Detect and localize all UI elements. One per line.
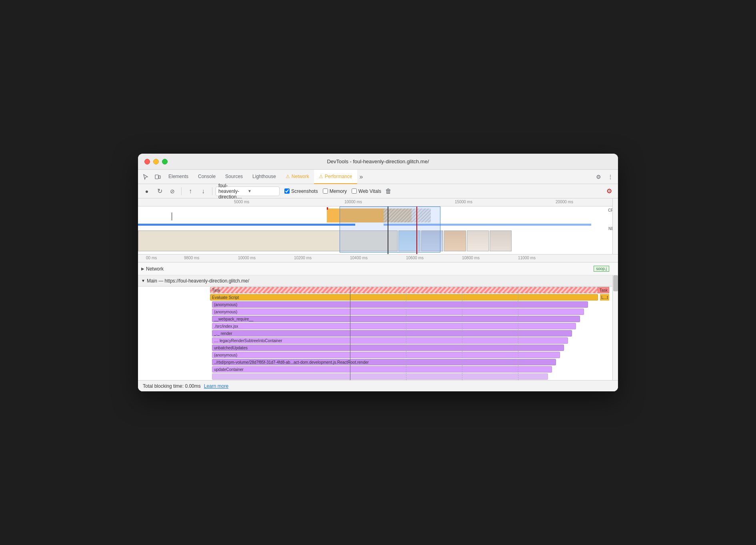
tick-15000: 15000 ms [455,200,472,204]
web-vitals-checkbox[interactable] [352,188,357,194]
flame-row-webpack: __webpack_require__ [138,315,618,323]
flame-row-evaluate: Evaluate Script L...t [138,294,618,301]
svg-rect-0 [155,175,158,179]
detail-tick-10000: 10000 ms [238,256,256,260]
flame-scroll-thumb[interactable] [613,275,618,291]
flame-row-task: Task Task [138,287,618,294]
network-section: ▶ Network soop.j [138,262,618,275]
tick-5000: 5000 ms [234,200,249,204]
legacy-bar[interactable]: .... legacyRenderSubtreeIntoContainer [212,337,568,344]
main-content: 00 ms 9800 ms 10000 ms 10200 ms 10400 ms… [138,254,618,380]
toolbar: ● ↻ ⊘ ↑ ↓ foul-heavenly-direction.... ▼ … [138,184,618,198]
tab-more[interactable]: » [357,170,366,184]
title-bar: DevTools - foul-heavenly-direction.glitc… [138,154,618,170]
tab-console[interactable]: Console [193,170,220,184]
tab-bar: Elements Console Sources Lighthouse ⚠ Ne… [138,170,618,184]
overview-scrollbar[interactable] [612,198,618,254]
anon1-bar[interactable]: (anonymous) [212,301,588,308]
status-text: Total blocking time: 0.00ms [143,383,201,389]
settings-button[interactable]: ⚙ [592,171,604,183]
vertical-marker-1 [350,287,350,380]
upload-button[interactable]: ↑ [185,186,196,197]
flame-scrollbar[interactable] [612,275,618,380]
flame-row-legacy: .... legacyRenderSubtreeIntoContainer [138,337,618,344]
timeline-overview[interactable]: 5000 ms 10000 ms 15000 ms 20000 ms CPU N… [138,198,618,254]
detail-tick-9800: 9800 ms [184,256,199,260]
cpu-spike-1 [171,212,172,220]
web-vitals-check[interactable]: Web Vitals [352,188,381,194]
partial-bar [212,373,548,380]
flame-area[interactable]: Task Task Evaluate Script L...t [138,287,618,380]
flame-row-partial [138,373,618,380]
detail-tick-0: 00 ms [146,256,157,260]
vertical-dashed-1 [406,287,406,380]
flame-row-update: updateContainer [138,366,618,373]
screenshots-checkbox[interactable] [284,188,290,194]
task-right-label: Task [598,287,609,293]
flame-row-anon2: (anonymous) [138,308,618,315]
main-section-header[interactable]: ▼ Main — https://foul-heavenly-direction… [138,275,618,287]
detail-tick-10200: 10200 ms [294,256,312,260]
vertical-dashed-3 [518,287,518,380]
flame-row-index: ./src/index.jsx [138,323,618,330]
marker-black [388,206,388,254]
screenshot-5 [490,230,512,251]
tab-performance[interactable]: ⚠ Performance [314,170,357,184]
flame-row-reactroot: ../rbd/pnpm-volume/28d7f85f-31d7-4fd8-ab… [138,359,618,366]
minimize-button[interactable] [153,159,159,164]
network-row[interactable]: ▶ Network [138,262,618,275]
evaluate-right-label: L...t [600,294,609,301]
tab-lighthouse[interactable]: Lighthouse [248,170,281,184]
download-button[interactable]: ↓ [198,186,209,197]
anon2-bar[interactable]: (anonymous) [212,309,584,315]
svg-rect-1 [159,176,160,178]
vertical-dashed-2 [462,287,462,380]
reload-button[interactable]: ↻ [154,186,165,197]
window-title: DevTools - foul-heavenly-direction.glitc… [327,158,429,164]
perf-settings-button[interactable]: ⚙ [604,186,615,197]
detail-tick-10800: 10800 ms [462,256,480,260]
stop-button[interactable]: ⊘ [167,186,178,197]
overview-ruler: 5000 ms 10000 ms 15000 ms 20000 ms [138,198,618,206]
memory-checkbox[interactable] [323,188,328,194]
network-right-label: soop.j [594,266,609,272]
anon3-bar[interactable]: (anonymous) [212,352,560,358]
toolbar-checkboxes: Screenshots Memory Web Vitals [284,188,381,194]
reactroot-bar[interactable]: ../rbd/pnpm-volume/28d7f85f-31d7-4fd8-ab… [212,359,556,365]
blue-band-1 [138,224,355,226]
cursor-tab[interactable] [140,171,152,183]
flame-row-unbatched: unbatchedUpdates [138,344,618,351]
devtools-window: DevTools - foul-heavenly-direction.glitc… [138,154,618,391]
evaluate-bar[interactable]: Evaluate Script [210,294,598,301]
flame-row-render: _._ render [138,330,618,337]
screenshot-3 [444,230,466,251]
webpack-bar[interactable]: __webpack_require__ [212,316,580,322]
record-button[interactable]: ● [141,186,152,197]
more-options-button[interactable]: ⋮ [604,171,616,183]
tab-elements[interactable]: Elements [164,170,193,184]
maximize-button[interactable] [162,159,168,164]
clear-button[interactable]: 🗑 [383,186,394,197]
profile-dropdown[interactable]: foul-heavenly-direction.... ▼ [216,186,280,196]
device-tab[interactable] [152,171,164,183]
unbatched-bar[interactable]: unbatchedUpdates [212,345,564,351]
update-bar[interactable]: updateContainer [212,366,552,373]
network-warning-icon: ⚠ [286,174,290,179]
timeline-tracks: CPU NET [138,206,618,254]
detail-tick-10400: 10400 ms [350,256,368,260]
memory-check[interactable]: Memory [323,188,347,194]
tab-network[interactable]: ⚠ Network [281,170,314,184]
tick-20000: 20000 ms [556,200,573,204]
learn-more-link[interactable]: Learn more [204,383,228,389]
main-triangle: ▼ [141,279,145,283]
index-bar[interactable]: ./src/index.jsx [212,323,576,329]
close-button[interactable] [144,159,150,164]
separator-2 [212,187,212,195]
flame-row-anon1: (anonymous) [138,301,618,308]
performance-warning-icon: ⚠ [319,174,323,179]
dropdown-arrow: ▼ [248,189,277,193]
detail-tick-10600: 10600 ms [406,256,424,260]
traffic-lights [144,159,168,164]
tab-sources[interactable]: Sources [220,170,248,184]
screenshots-check[interactable]: Screenshots [284,188,318,194]
